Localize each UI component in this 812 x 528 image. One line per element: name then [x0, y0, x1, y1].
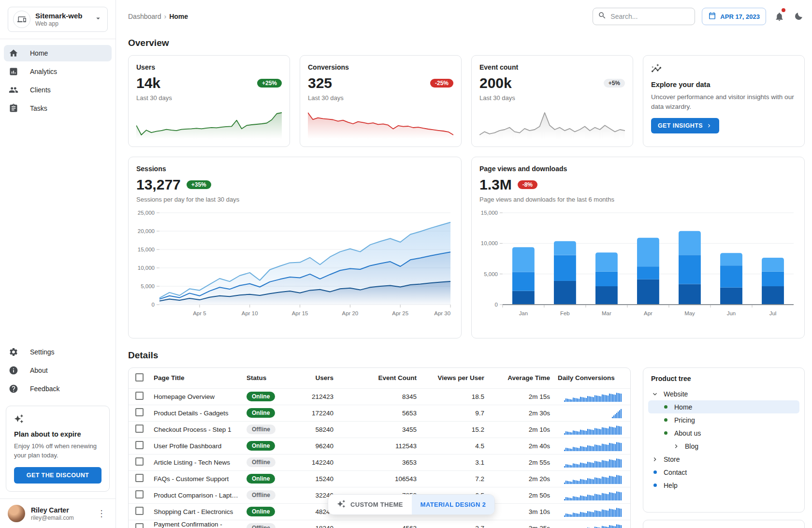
- row-checkbox[interactable]: [135, 457, 144, 466]
- status-cell: Offline: [243, 421, 285, 438]
- daily-conversions-cell: [554, 503, 631, 520]
- row-checkbox[interactable]: [135, 490, 144, 499]
- theme-option-label: CUSTOM THEME: [350, 501, 403, 508]
- row-checkbox[interactable]: [135, 425, 144, 433]
- breadcrumb-dashboard[interactable]: Dashboard: [128, 13, 161, 20]
- svg-text:25,000: 25,000: [138, 210, 155, 216]
- primary-nav: HomeAnalyticsClientsTasks: [0, 39, 116, 124]
- sidebar-item-settings[interactable]: Settings: [4, 344, 112, 360]
- svg-text:Jan: Jan: [519, 310, 528, 316]
- users-cell: 142240: [285, 454, 337, 470]
- row-checkbox[interactable]: [135, 474, 144, 482]
- column-header-users[interactable]: Users: [285, 368, 337, 388]
- row-select-cell: [129, 487, 150, 503]
- status-cell: Online: [243, 503, 285, 520]
- users-cell: 96240: [285, 438, 337, 454]
- daily-conversions-sparkline: [564, 408, 623, 418]
- svg-text:Apr 5: Apr 5: [193, 310, 206, 316]
- column-header-event-count[interactable]: Event Count: [337, 368, 420, 388]
- theme-option-custom-theme[interactable]: CUSTOM THEME: [328, 495, 412, 514]
- views-per-user-cell: 18.5: [420, 388, 488, 405]
- sidebar-item-home[interactable]: Home: [4, 45, 112, 61]
- workspace-select[interactable]: Sitemark-web Web app: [8, 7, 108, 32]
- trend-chip: +5%: [604, 79, 625, 88]
- product-tree-title: Product tree: [648, 375, 799, 382]
- tree-item-label: Contact: [664, 469, 687, 476]
- svg-text:5,000: 5,000: [141, 283, 155, 289]
- tree-item-about-us[interactable]: About us: [648, 426, 799, 440]
- row-checkbox[interactable]: [135, 392, 144, 400]
- secondary-nav: SettingsAboutFeedback: [0, 338, 116, 401]
- views-per-user-cell: 3.1: [420, 454, 488, 470]
- tree-item-pricing[interactable]: Pricing: [648, 413, 799, 426]
- tree-item-contact[interactable]: Contact: [648, 466, 799, 479]
- row-select-cell: [129, 421, 150, 438]
- average-time-cell: 2m 50s: [488, 487, 554, 503]
- kebab-menu-icon[interactable]: ⋮: [95, 507, 108, 520]
- row-checkbox[interactable]: [135, 408, 144, 416]
- notification-badge: [782, 8, 785, 12]
- svg-text:Apr 15: Apr 15: [292, 310, 308, 316]
- tree-item-blog[interactable]: Blog: [648, 440, 799, 453]
- row-select-cell: [129, 470, 150, 487]
- user-name: Riley Carter: [31, 506, 95, 514]
- workspace-name: Sitemark-web: [35, 12, 94, 20]
- tree-item-label: Pricing: [674, 416, 695, 424]
- explore-data-card: Explore your data Uncover performance an…: [643, 55, 805, 147]
- row-select-cell: [129, 454, 150, 470]
- views-per-user-cell: 2.7: [420, 520, 488, 528]
- event-count-cell: 3455: [337, 421, 420, 438]
- tree-item-website[interactable]: Website: [648, 387, 799, 400]
- chevron-right-icon: [706, 122, 712, 129]
- tree-item-help[interactable]: Help: [648, 479, 799, 492]
- daily-conversions-cell: [554, 388, 631, 405]
- theme-option-label: MATERIAL DESIGN 2: [420, 501, 486, 508]
- date-picker-button[interactable]: APR 17, 2023: [702, 8, 766, 25]
- sessions-title: Sessions: [136, 165, 453, 173]
- get-discount-button[interactable]: GET THE DISCOUNT: [14, 467, 102, 484]
- column-header-page-title[interactable]: Page Title: [150, 368, 243, 388]
- get-insights-button[interactable]: GET INSIGHTS: [651, 118, 719, 133]
- search-input[interactable]: [610, 13, 690, 20]
- svg-text:Apr 25: Apr 25: [392, 310, 408, 316]
- row-checkbox[interactable]: [135, 523, 144, 528]
- column-header-status[interactable]: Status: [243, 368, 285, 388]
- overview-cards-row: Users14k+25%Last 30 daysConversions325-2…: [128, 55, 805, 147]
- stat-card-users: Users14k+25%Last 30 days: [128, 55, 290, 147]
- event-count-cell: 112543: [337, 438, 420, 454]
- event-count-cell: 5653: [337, 405, 420, 421]
- sidebar-item-analytics[interactable]: Analytics: [4, 63, 112, 80]
- row-checkbox[interactable]: [135, 441, 144, 449]
- stat-card-caption: Last 30 days: [308, 94, 453, 102]
- sidebar-item-clients[interactable]: Clients: [4, 82, 112, 98]
- select-all-checkbox[interactable]: [135, 373, 144, 381]
- sidebar-item-about[interactable]: About: [4, 362, 112, 379]
- chevron-right-icon: [672, 442, 680, 450]
- dark-mode-moon-icon[interactable]: [792, 10, 805, 23]
- notifications-bell-icon[interactable]: [773, 10, 785, 23]
- sidebar-item-feedback[interactable]: Feedback: [4, 381, 112, 397]
- sessions-caption: Sessions per day for the last 30 days: [136, 196, 453, 203]
- page-title-cell: User Profile Dashboard: [150, 438, 243, 454]
- tree-item-home[interactable]: Home: [648, 400, 799, 413]
- product-tree-card: Product tree WebsiteHomePricingAbout usB…: [643, 367, 805, 513]
- column-header-daily-conversions[interactable]: Daily Conversions: [554, 368, 631, 388]
- breadcrumb: Dashboard › Home: [128, 13, 188, 20]
- page-title-cell: Shopping Cart - Electronics: [150, 503, 243, 520]
- daily-conversions-cell: [554, 454, 631, 470]
- svg-text:15,000: 15,000: [481, 210, 498, 216]
- row-checkbox[interactable]: [135, 507, 144, 515]
- svg-text:0: 0: [495, 302, 498, 308]
- page-title-cell: Payment Confirmation - Ban…: [150, 520, 243, 528]
- tree-item-store[interactable]: Store: [648, 453, 799, 466]
- column-header-average-time[interactable]: Average Time: [488, 368, 554, 388]
- sidebar-item-tasks[interactable]: Tasks: [4, 100, 112, 117]
- column-header-views-per-user[interactable]: Views per User: [420, 368, 488, 388]
- tree-item-label: Blog: [685, 442, 698, 450]
- user-account-row: Riley Carter riley@email.com ⋮: [0, 499, 116, 528]
- sessions-chart-card: Sessions 13,277 +35% Sessions per day fo…: [128, 157, 462, 338]
- stat-value-row: 200k+5%: [479, 75, 625, 91]
- sidebar-item-label: Tasks: [30, 104, 47, 112]
- theme-option-material-design-2[interactable]: MATERIAL DESIGN 2: [412, 495, 494, 514]
- status-badge: Online: [246, 474, 275, 484]
